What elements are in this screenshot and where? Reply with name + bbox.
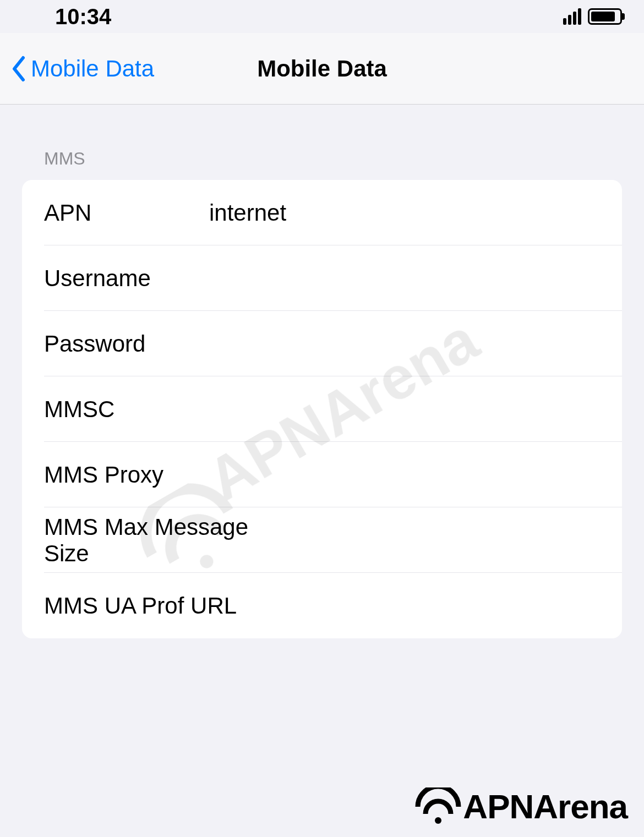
wifi-icon (413, 787, 463, 826)
mms-proxy-input[interactable] (163, 462, 600, 488)
cellular-signal-icon (563, 8, 581, 25)
mms-ua-prof-row[interactable]: MMS UA Prof URL (22, 573, 622, 638)
chevron-left-icon (11, 56, 26, 82)
status-time: 10:34 (55, 4, 111, 29)
mms-proxy-row[interactable]: MMS Proxy (22, 442, 622, 507)
section-header-mms: MMS (22, 105, 622, 180)
mms-proxy-label: MMS Proxy (44, 462, 163, 488)
password-input[interactable] (176, 331, 600, 357)
mms-max-size-label: MMS Max Message Size (44, 514, 276, 567)
content-area: MMS APN Username Password MMSC MMS Proxy (0, 105, 644, 638)
username-input[interactable] (176, 265, 600, 292)
apn-label: APN (44, 200, 176, 226)
username-row[interactable]: Username (22, 245, 622, 311)
apn-input[interactable] (176, 200, 600, 226)
mmsc-row[interactable]: MMSC (22, 376, 622, 442)
mmsc-label: MMSC (44, 396, 176, 423)
battery-icon (588, 8, 622, 25)
mms-ua-prof-label: MMS UA Prof URL (44, 593, 237, 619)
back-label: Mobile Data (31, 56, 154, 82)
mmsc-input[interactable] (176, 396, 600, 423)
mms-settings-group: APN Username Password MMSC MMS Proxy MMS… (22, 180, 622, 638)
username-label: Username (44, 265, 176, 292)
status-icons (563, 8, 622, 25)
navigation-bar: Mobile Data Mobile Data (0, 33, 644, 105)
brand-text: APNArena (463, 787, 627, 826)
password-row[interactable]: Password (22, 311, 622, 376)
back-button[interactable]: Mobile Data (0, 56, 154, 82)
mms-max-size-row[interactable]: MMS Max Message Size (22, 507, 622, 573)
password-label: Password (44, 331, 176, 357)
brand-logo: APNArena (413, 787, 627, 826)
status-bar: 10:34 (0, 0, 644, 33)
mms-ua-prof-input[interactable] (237, 593, 600, 619)
mms-max-size-input[interactable] (276, 527, 600, 554)
page-title: Mobile Data (257, 56, 387, 82)
apn-row[interactable]: APN (22, 180, 622, 245)
svg-point-1 (435, 817, 441, 824)
